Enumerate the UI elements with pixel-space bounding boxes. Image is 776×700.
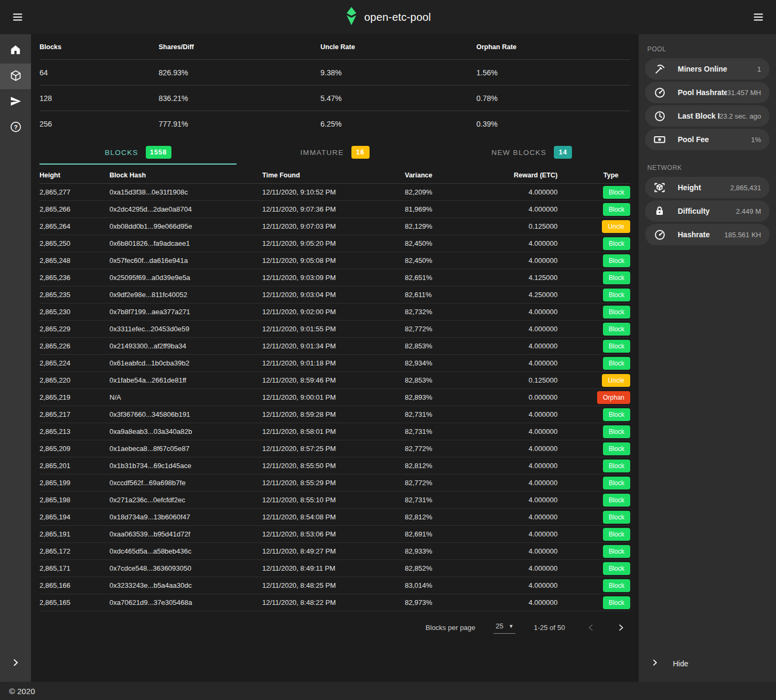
stat-label: Last Block Fo… — [678, 112, 719, 120]
cell-variance: 82,450% — [405, 239, 461, 247]
cell-time-found: 12/11/2020, 9:01:55 PM — [262, 325, 405, 333]
type-badge: Block — [603, 562, 630, 575]
cube-icon — [10, 69, 22, 84]
cell-reward: 4.000000 — [461, 205, 558, 213]
cell-variance: 82,852% — [405, 564, 461, 572]
nav-item-payments[interactable] — [0, 89, 31, 115]
cell-time-found: 12/11/2020, 9:07:03 PM — [262, 222, 405, 230]
cell-time-found: 12/11/2020, 9:07:36 PM — [262, 205, 405, 213]
cell-height: 2,865,248 — [40, 256, 109, 265]
type-badge: Block — [603, 545, 630, 558]
cell-height: 2,865,172 — [40, 547, 109, 555]
cell-block-hash: 0xa15d3f38...0e31f1908c — [109, 188, 262, 196]
cell-uncle-rate: 9.38% — [320, 68, 476, 77]
stat-value: 23.2 sec. ago — [719, 112, 761, 120]
tab-immature[interactable]: IMMATURE 16 — [237, 141, 434, 164]
cell-variance: 82,772% — [405, 325, 461, 333]
cell-reward: 0.125000 — [461, 222, 558, 230]
cell-block-hash: 0x3311efec...20453d0e59 — [109, 325, 262, 333]
cell-reward: 4.000000 — [461, 325, 558, 333]
col-blocks: Blocks — [40, 43, 159, 51]
cell-blocks: 64 — [40, 68, 159, 77]
menu-icon[interactable] — [9, 9, 26, 26]
table-row: 2,865,277 0xa15d3f38...0e31f1908c 12/11/… — [40, 184, 630, 201]
cell-variance: 82,731% — [405, 427, 461, 435]
menu-icon-right[interactable] — [750, 9, 767, 26]
nav-rail: ? — [0, 34, 31, 682]
nav-item-help[interactable]: ? — [0, 115, 31, 141]
cell-height: 2,865,235 — [40, 291, 109, 299]
panel-stat-item: Difficulty 2.449 M — [645, 200, 770, 222]
cell-shares-diff: 777.91% — [159, 120, 320, 128]
cell-height: 2,865,213 — [40, 427, 109, 435]
top-bar: open-etc-pool — [0, 0, 776, 34]
cell-height: 2,865,264 — [40, 222, 109, 230]
cell-height: 2,865,266 — [40, 205, 109, 213]
pagination-bar: Blocks per page 25 ▼ 1-25 of 50 — [40, 611, 630, 643]
app-window: open-etc-pool — [0, 0, 776, 700]
stat-label: Hashrate — [678, 230, 710, 239]
hide-panel-button[interactable]: Hide — [639, 651, 776, 676]
page-size-label: Blocks per page — [426, 624, 475, 632]
cell-variance: 82,973% — [405, 598, 461, 606]
stat-value: 1% — [751, 136, 761, 144]
col-orphan-rate: Orphan Rate — [476, 43, 630, 51]
cell-height: 2,865,194 — [40, 513, 109, 521]
stat-label: Difficulty — [678, 207, 710, 215]
cell-block-hash: 0x61eabfcd...1b0cba39b2 — [109, 359, 262, 367]
cell-time-found: 12/11/2020, 9:05:20 PM — [262, 239, 405, 247]
tab-blocks[interactable]: BLOCKS 1558 — [40, 141, 237, 164]
cell-orphan-rate: 0.78% — [476, 94, 630, 103]
table-row: 2,865,194 0x18d734a9...13b6060f47 12/11/… — [40, 509, 630, 526]
stats-side-panel: POOL Miners Online 1 Pool Hashrate 31.45… — [639, 34, 776, 682]
cell-time-found: 12/11/2020, 9:00:01 PM — [262, 393, 405, 401]
cell-variance: 82,933% — [405, 547, 461, 555]
table-row: 2,865,201 0x1b31b734...69c1d45ace 12/11/… — [40, 457, 630, 475]
cell-height: 2,865,165 — [40, 598, 109, 606]
tab-badge-new-blocks: 14 — [554, 146, 572, 159]
next-page-button[interactable] — [613, 620, 628, 635]
col-block-hash: Block Hash — [109, 172, 262, 179]
cell-time-found: 12/11/2020, 9:02:00 PM — [262, 308, 405, 316]
rail-expand-button[interactable] — [0, 651, 31, 676]
type-badge: Block — [603, 477, 630, 489]
cell-reward: 4.000000 — [461, 308, 558, 316]
stat-value: 1 — [757, 65, 761, 73]
cell-reward: 4.000000 — [461, 445, 558, 453]
nav-item-home[interactable] — [0, 38, 31, 64]
cell-time-found: 12/11/2020, 8:57:25 PM — [262, 445, 405, 453]
cell-time-found: 12/11/2020, 8:48:25 PM — [262, 581, 405, 589]
cell-block-hash: 0x21493300...af2ff9ba34 — [109, 342, 262, 350]
cell-variance: 82,129% — [405, 222, 461, 230]
stats-row: 128 836.21% 5.47% 0.78% — [40, 85, 630, 111]
cell-time-found: 12/11/2020, 8:49:27 PM — [262, 547, 405, 555]
cell-block-hash: 0x3233243e...b5a4aa30dc — [109, 581, 262, 589]
chevron-down-icon: ▼ — [509, 624, 514, 629]
cell-height: 2,865,230 — [40, 308, 109, 316]
cell-variance: 82,812% — [405, 513, 461, 521]
page-size-select[interactable]: 25 ▼ — [493, 621, 515, 634]
cell-variance: 82,611% — [405, 291, 461, 299]
cell-height: 2,865,209 — [40, 445, 109, 453]
table-row: 2,865,264 0xb08dd0b1...99e066d95e 12/11/… — [40, 218, 630, 235]
nav-item-blocks[interactable] — [0, 64, 31, 89]
table-row: 2,865,213 0xa9a8eab3...03a340a82b 12/11/… — [40, 423, 630, 440]
cell-uncle-rate: 6.25% — [320, 120, 476, 128]
cell-height: 2,865,250 — [40, 239, 109, 247]
cell-variance: 82,450% — [405, 256, 461, 265]
cell-height: 2,865,229 — [40, 325, 109, 333]
previous-page-button[interactable] — [583, 620, 598, 635]
etc-logo-icon — [345, 6, 357, 28]
col-shares-diff: Shares/Diff — [159, 43, 320, 51]
cell-time-found: 12/11/2020, 9:03:04 PM — [262, 291, 405, 299]
cell-time-found: 12/11/2020, 8:58:01 PM — [262, 427, 405, 435]
table-row: 2,865,172 0xdc465d5a...a58beb436c 12/11/… — [40, 543, 630, 560]
type-badge: Block — [603, 237, 630, 250]
cell-variance: 82,731% — [405, 410, 461, 418]
table-row: 2,865,250 0x6b801826...fa9adcaee1 12/11/… — [40, 235, 630, 252]
tab-new-blocks[interactable]: NEW BLOCKS 14 — [433, 141, 630, 164]
panel-stat-item: Hashrate 185.561 KH — [645, 224, 770, 245]
type-badge: Block — [603, 203, 630, 216]
stat-label: Miners Online — [678, 65, 727, 73]
copyright-text: © 2020 — [9, 687, 35, 696]
